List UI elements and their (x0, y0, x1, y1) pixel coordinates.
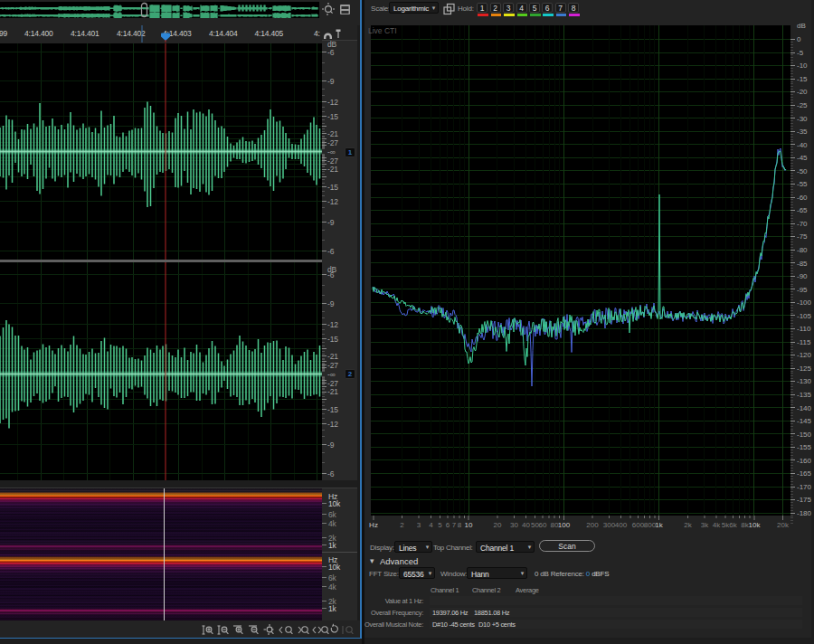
svg-text:-150: -150 (797, 431, 811, 439)
svg-text:1k: 1k (655, 521, 663, 529)
svg-text:-160: -160 (797, 457, 811, 465)
svg-text:600: 600 (632, 521, 645, 529)
svg-text:4: 4 (429, 521, 433, 529)
svg-text:6k: 6k (729, 521, 737, 529)
svg-text:3: 3 (417, 521, 421, 529)
svg-text:-135: -135 (797, 391, 811, 399)
svg-text:-100: -100 (797, 298, 811, 307)
svg-text:-145: -145 (797, 417, 811, 425)
svg-text:-170: -170 (797, 483, 811, 491)
svg-text:-80: -80 (797, 246, 808, 254)
svg-text:20: 20 (494, 521, 502, 529)
svg-text:-140: -140 (797, 404, 811, 412)
svg-text:-30: -30 (797, 115, 808, 123)
svg-text:100: 100 (558, 521, 571, 529)
svg-text:400: 400 (615, 521, 628, 529)
svg-text:30: 30 (510, 521, 518, 529)
svg-text:-110: -110 (797, 325, 811, 333)
svg-text:-5: -5 (797, 49, 804, 57)
svg-text:-120: -120 (797, 351, 811, 359)
svg-text:-130: -130 (797, 377, 811, 385)
svg-text:-50: -50 (797, 167, 808, 175)
svg-text:Hz: Hz (369, 521, 378, 529)
svg-text:300: 300 (603, 521, 616, 529)
svg-text:-85: -85 (797, 260, 808, 268)
svg-text:200: 200 (586, 521, 599, 529)
svg-text:3k: 3k (701, 521, 709, 529)
svg-text:-20: -20 (797, 88, 808, 96)
svg-text:4k: 4k (713, 521, 721, 529)
svg-text:-60: -60 (797, 194, 808, 202)
svg-text:0: 0 (797, 35, 801, 43)
svg-text:60: 60 (539, 521, 547, 529)
svg-text:-165: -165 (797, 469, 811, 478)
svg-text:-70: -70 (797, 220, 808, 228)
svg-text:-125: -125 (797, 365, 811, 373)
svg-text:20k: 20k (777, 521, 790, 529)
svg-text:-90: -90 (797, 272, 808, 280)
svg-text:-35: -35 (797, 128, 808, 136)
svg-text:-10: -10 (797, 62, 808, 70)
svg-text:40: 40 (522, 521, 530, 529)
svg-text:5: 5 (438, 521, 442, 529)
svg-text:6: 6 (446, 521, 450, 529)
svg-text:-75: -75 (797, 232, 808, 241)
svg-text:10: 10 (465, 521, 473, 529)
svg-text:-105: -105 (797, 312, 811, 320)
svg-text:2: 2 (400, 521, 404, 529)
svg-text:8: 8 (458, 521, 462, 529)
svg-text:-95: -95 (797, 286, 808, 294)
svg-text:-45: -45 (797, 154, 808, 162)
svg-text:dB: dB (797, 22, 806, 30)
svg-text:-15: -15 (797, 75, 808, 83)
svg-text:-25: -25 (797, 101, 808, 109)
svg-text:-40: -40 (797, 141, 808, 149)
svg-text:-55: -55 (797, 180, 808, 188)
svg-text:7: 7 (452, 521, 457, 529)
svg-text:-115: -115 (797, 338, 811, 346)
svg-text:-155: -155 (797, 443, 811, 451)
svg-text:2k: 2k (684, 521, 692, 529)
svg-text:-175: -175 (797, 496, 811, 504)
svg-text:-180: -180 (797, 509, 811, 517)
svg-text:10k: 10k (749, 521, 762, 529)
svg-text:-65: -65 (797, 206, 808, 214)
